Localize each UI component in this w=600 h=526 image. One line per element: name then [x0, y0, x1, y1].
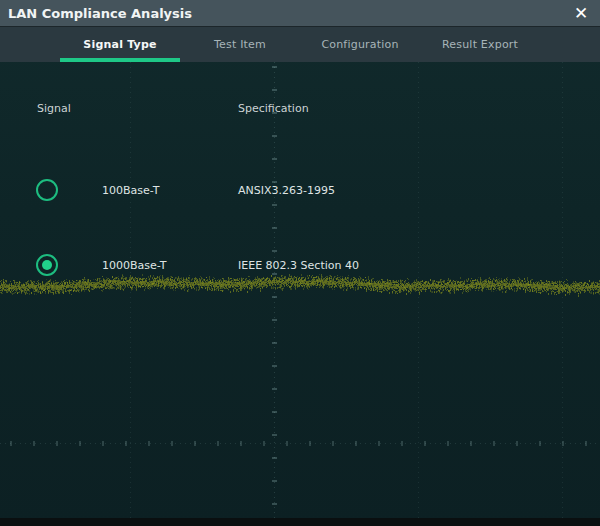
axis-tick	[309, 441, 311, 446]
tab-label: Signal Type	[83, 38, 156, 51]
axis-tick	[272, 158, 277, 160]
axis-tick	[217, 441, 219, 446]
tab-configuration[interactable]: Configuration	[300, 27, 420, 62]
specification-column-header: Specification	[238, 102, 309, 115]
axis-tick	[272, 89, 277, 91]
tab-result-export[interactable]: Result Export	[420, 27, 540, 62]
axis-tick	[585, 441, 587, 446]
grid-center-hline	[0, 443, 600, 444]
signal-label: 100Base-T	[102, 184, 159, 197]
axis-tick	[272, 319, 277, 321]
signal-label: 1000Base-T	[102, 259, 166, 272]
axis-tick	[272, 296, 277, 298]
axis-tick	[33, 441, 35, 446]
grid-center-vline	[274, 62, 275, 518]
axis-tick	[272, 388, 277, 390]
axis-tick	[539, 441, 541, 446]
axis-tick	[263, 441, 265, 446]
tab-test-item[interactable]: Test Item	[180, 27, 300, 62]
tab-label: Configuration	[321, 38, 398, 51]
axis-tick	[272, 227, 277, 229]
axis-tick	[272, 273, 277, 275]
grid-vline	[418, 62, 419, 518]
axis-tick	[272, 503, 277, 505]
tab-label: Result Export	[442, 38, 518, 51]
screen-bottom-bar	[0, 518, 600, 526]
axis-tick	[401, 441, 403, 446]
tab-label: Test Item	[214, 38, 266, 51]
specification-label: IEEE 802.3 Section 40	[238, 259, 359, 272]
axis-tick	[125, 441, 127, 446]
axis-tick	[286, 441, 288, 446]
axis-tick	[194, 441, 196, 446]
axis-tick	[79, 441, 81, 446]
axis-tick	[272, 365, 277, 367]
axis-tick	[378, 441, 380, 446]
specification-label: ANSIX3.263-1995	[238, 184, 335, 197]
tab-bar: Signal Type Test Item Configuration Resu…	[0, 27, 600, 62]
window-title: LAN Compliance Analysis	[8, 6, 192, 21]
axis-tick	[240, 441, 242, 446]
axis-tick	[470, 441, 472, 446]
axis-tick	[272, 480, 277, 482]
signal-column-header: Signal	[37, 102, 71, 115]
axis-tick	[516, 441, 518, 446]
grid-vline	[562, 62, 563, 518]
axis-tick	[272, 66, 277, 68]
active-tab-indicator	[60, 58, 180, 62]
axis-tick	[272, 434, 277, 436]
radio-100base-t[interactable]	[36, 179, 58, 201]
tab-signal-type[interactable]: Signal Type	[60, 27, 180, 62]
axis-tick	[562, 441, 564, 446]
axis-tick	[272, 457, 277, 459]
axis-tick	[272, 342, 277, 344]
axis-tick	[332, 441, 334, 446]
close-button[interactable]: ✕	[566, 0, 596, 27]
axis-tick	[493, 441, 495, 446]
axis-tick	[272, 135, 277, 137]
oscilloscope-screen: LAN Compliance Analysis ✕ Signal Type Te…	[0, 0, 600, 526]
grid-vline	[130, 62, 131, 518]
axis-tick	[272, 250, 277, 252]
axis-tick	[424, 441, 426, 446]
radio-1000base-t[interactable]	[36, 254, 58, 276]
close-icon: ✕	[574, 3, 588, 23]
axis-tick	[272, 411, 277, 413]
axis-tick	[148, 441, 150, 446]
axis-tick	[272, 204, 277, 206]
axis-tick	[272, 181, 277, 183]
axis-tick	[447, 441, 449, 446]
window-titlebar: LAN Compliance Analysis	[0, 0, 600, 27]
axis-tick	[56, 441, 58, 446]
axis-tick	[102, 441, 104, 446]
axis-tick	[10, 441, 12, 446]
axis-tick	[171, 441, 173, 446]
axis-tick	[355, 441, 357, 446]
